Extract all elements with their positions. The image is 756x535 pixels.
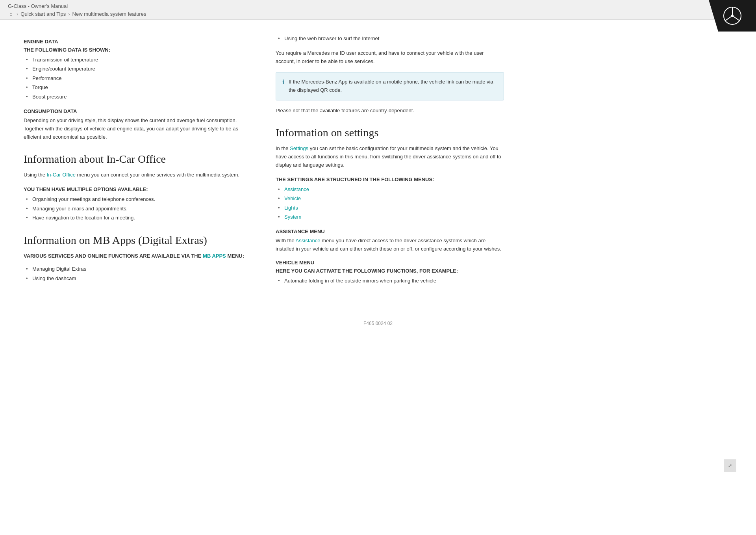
incar-office-heading: Information about In-Car Office xyxy=(24,153,252,165)
assistance-menu-label: ASSISTANCE MENU xyxy=(276,228,504,234)
footer-code: F465 0024 02 xyxy=(0,313,756,334)
engine-data-list: Transmission oil temperature Engine/cool… xyxy=(24,55,252,101)
list-item-assistance: Assistance xyxy=(276,185,504,194)
breadcrumb-step2: New multimedia system features xyxy=(72,11,146,17)
mercedes-logo xyxy=(709,0,756,32)
menus-label: THE SETTINGS ARE STRUCTURED IN THE FOLLO… xyxy=(276,176,504,182)
assistance-link[interactable]: Assistance xyxy=(284,186,309,192)
system-link[interactable]: System xyxy=(284,214,301,220)
mb-apps-label-part2: MENU: xyxy=(227,253,244,259)
settings-intro: In the Settings you can set the basic co… xyxy=(276,145,504,169)
list-item: Performance xyxy=(24,74,252,83)
list-item: Using the dashcam xyxy=(24,274,252,283)
vehicle-menu-sub-label: HERE YOU CAN ACTIVATE THE FOLLOWING FUNC… xyxy=(276,268,504,274)
incar-options-list: Organising your meetings and telephone c… xyxy=(24,195,252,222)
info-icon: ℹ xyxy=(282,78,285,86)
info-box: ℹ If the Mercedes-Benz App is available … xyxy=(276,72,504,100)
settings-heading: Information on settings xyxy=(276,126,504,139)
incar-intro-before: Using the xyxy=(24,172,47,178)
svg-line-3 xyxy=(725,16,732,21)
engine-data-subsection: THE FOLLOWING DATA IS SHOWN: xyxy=(24,47,252,53)
list-item: Using the web browser to surf the Intern… xyxy=(276,34,504,43)
breadcrumb-sep-2: › xyxy=(68,11,70,17)
mb-apps-services-label: VARIOUS SERVICES AND ONLINE FUNCTIONS AR… xyxy=(24,252,252,260)
right-para2: Please not that the available features a… xyxy=(276,107,504,115)
settings-menu-list: Assistance Vehicle Lights System xyxy=(276,185,504,222)
lights-link[interactable]: Lights xyxy=(284,205,298,211)
assistance-body-link[interactable]: Assistance xyxy=(296,238,321,243)
manual-title: G-Class - Owner's Manual xyxy=(8,3,748,9)
list-item: Organising your meetings and telephone c… xyxy=(24,195,252,204)
right-para1: You require a Mercedes me ID user accoun… xyxy=(276,49,504,66)
right-intro-list: Using the web browser to surf the Intern… xyxy=(276,34,504,43)
list-item-system: System xyxy=(276,212,504,221)
assistance-menu-body: With the Assistance menu you have direct… xyxy=(276,237,504,253)
options-label: YOU THEN HAVE MULTIPLE OPTIONS AVAILABLE… xyxy=(24,186,252,192)
scroll-icon: ⤢ xyxy=(728,463,732,468)
list-item: Have navigation to the location for a me… xyxy=(24,213,252,222)
main-content: ENGINE DATA THE FOLLOWING DATA IS SHOWN:… xyxy=(0,20,709,305)
left-column: ENGINE DATA THE FOLLOWING DATA IS SHOWN:… xyxy=(24,32,252,289)
list-item: Boost pressure xyxy=(24,92,252,101)
list-item: Transmission oil temperature xyxy=(24,55,252,64)
settings-intro-rest: you can set the basic configuration for … xyxy=(276,145,501,168)
engine-data-label: ENGINE DATA xyxy=(24,39,252,45)
list-item: Managing your e-mails and appointments. xyxy=(24,204,252,213)
breadcrumb-step1[interactable]: Quick start and Tips xyxy=(20,11,66,17)
list-item: Torque xyxy=(24,83,252,92)
assistance-body-before: With the xyxy=(276,238,296,243)
incar-intro-after: menu you can connect your online service… xyxy=(76,172,239,178)
mercedes-star-icon xyxy=(723,6,742,26)
consumption-label: CONSUMPTION DATA xyxy=(24,108,252,114)
vehicle-menu-label: VEHICLE MENU xyxy=(276,260,504,266)
svg-line-4 xyxy=(732,16,740,21)
breadcrumb-sep-1: › xyxy=(17,11,18,17)
list-item: Managing Digital Extras xyxy=(24,264,252,273)
mb-apps-list: Managing Digital Extras Using the dashca… xyxy=(24,264,252,283)
incar-office-link[interactable]: In-Car Office xyxy=(47,172,76,178)
list-item: Engine/coolant temperature xyxy=(24,64,252,73)
breadcrumb: ⌂ › Quick start and Tips › New multimedi… xyxy=(8,11,748,17)
info-box-text: If the Mercedes-Benz App is available on… xyxy=(289,78,497,95)
list-item: Automatic folding in of the outside mirr… xyxy=(276,276,504,285)
settings-link[interactable]: Settings xyxy=(290,145,308,151)
mb-apps-label-part1: VARIOUS SERVICES AND ONLINE FUNCTIONS AR… xyxy=(24,253,201,259)
home-icon[interactable]: ⌂ xyxy=(8,11,14,17)
vehicle-menu-list: Automatic folding in of the outside mirr… xyxy=(276,276,504,285)
scroll-icon-button[interactable]: ⤢ xyxy=(724,459,736,472)
consumption-body: Depending on your driving style, this di… xyxy=(24,117,252,141)
right-column: Using the web browser to surf the Intern… xyxy=(276,32,504,289)
vehicle-link[interactable]: Vehicle xyxy=(284,195,301,201)
list-item-vehicle: Vehicle xyxy=(276,194,504,203)
header: G-Class - Owner's Manual ⌂ › Quick start… xyxy=(0,0,756,20)
list-item-lights: Lights xyxy=(276,203,504,212)
incar-office-intro: Using the In-Car Office menu you can con… xyxy=(24,171,252,179)
mb-apps-heading: Information on MB Apps (Digital Extras) xyxy=(24,234,252,247)
mb-apps-link[interactable]: MB APPS xyxy=(203,253,226,259)
